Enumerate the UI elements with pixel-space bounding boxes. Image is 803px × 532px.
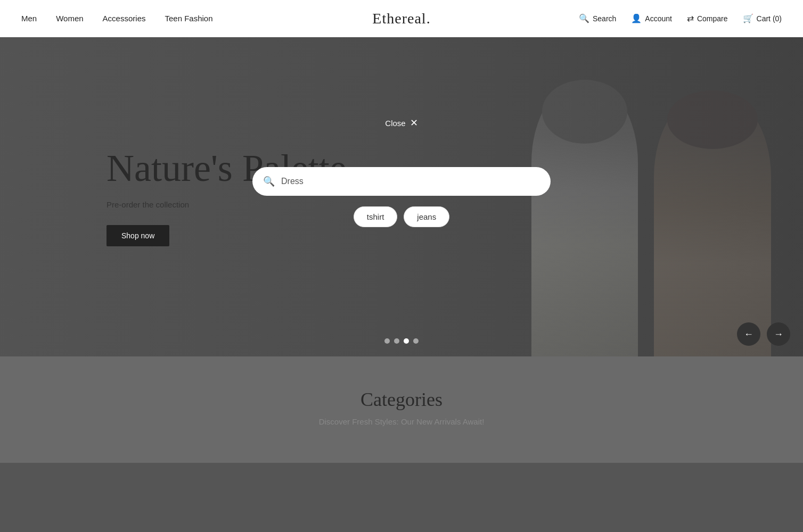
categories-section: Categories Discover Fresh Styles: Our Ne…	[0, 356, 803, 463]
suggestion-jeans[interactable]: jeans	[404, 206, 449, 227]
nav-item-men[interactable]: Men	[21, 14, 37, 23]
categories-title: Categories	[21, 388, 782, 411]
main-nav: Men Women Accessories Teen Fashion	[21, 14, 213, 23]
search-icon: 🔍	[579, 13, 589, 23]
account-icon: 👤	[631, 13, 642, 23]
search-close-button[interactable]: Close ✕	[385, 117, 417, 129]
nav-item-women[interactable]: Women	[56, 14, 83, 23]
compare-label: Compare	[697, 14, 728, 23]
cart-icon: 🛒	[743, 13, 753, 23]
nav-item-teen-fashion[interactable]: Teen Fashion	[165, 14, 212, 23]
search-action[interactable]: 🔍 Search	[579, 13, 616, 23]
search-box-icon: 🔍	[263, 176, 275, 187]
search-box: 🔍	[252, 167, 551, 196]
close-icon: ✕	[410, 117, 418, 129]
search-label: Search	[593, 14, 616, 23]
compare-action[interactable]: ⇄ Compare	[687, 13, 728, 23]
header-actions: 🔍 Search 👤 Account ⇄ Compare 🛒 Cart (0)	[579, 13, 782, 23]
cart-action[interactable]: 🛒 Cart (0)	[743, 13, 782, 23]
site-header: Men Women Accessories Teen Fashion Ether…	[0, 0, 803, 37]
search-suggestions: tshirt jeans	[354, 206, 449, 227]
account-label: Account	[645, 14, 672, 23]
hero-section: Nature's Palette Pre-order the collectio…	[0, 37, 803, 356]
close-label: Close	[385, 119, 405, 128]
account-action[interactable]: 👤 Account	[631, 13, 672, 23]
search-overlay: Close ✕ 🔍 tshirt jeans	[0, 37, 803, 356]
suggestion-tshirt[interactable]: tshirt	[354, 206, 398, 227]
categories-subtitle: Discover Fresh Styles: Our New Arrivals …	[21, 417, 782, 426]
compare-icon: ⇄	[687, 13, 694, 23]
search-input[interactable]	[281, 177, 540, 186]
cart-label: Cart (0)	[757, 14, 782, 23]
site-logo: Ethereal.	[372, 10, 430, 27]
nav-item-accessories[interactable]: Accessories	[103, 14, 146, 23]
